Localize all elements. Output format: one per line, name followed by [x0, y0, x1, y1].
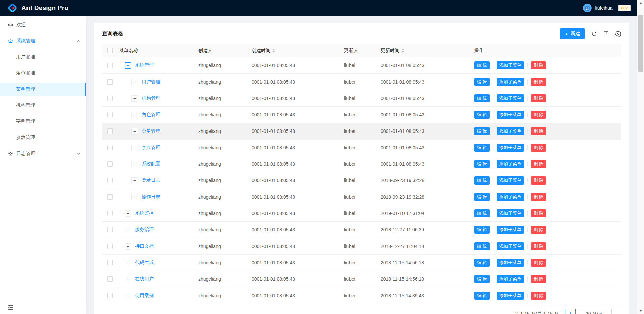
row-checkbox[interactable] — [107, 128, 113, 134]
delete-button[interactable]: 删 除 — [531, 275, 546, 283]
select-all-checkbox[interactable] — [107, 48, 113, 53]
edit-button[interactable]: 编 辑 — [474, 94, 490, 102]
menu-name-link[interactable]: 用户管理 — [142, 79, 160, 85]
reload-icon[interactable] — [591, 31, 597, 37]
menu-name-link[interactable]: 登录日志 — [142, 177, 160, 184]
tree-toggle-icon[interactable]: + — [131, 112, 138, 118]
tree-toggle-icon[interactable]: + — [131, 95, 138, 102]
row-checkbox[interactable] — [107, 260, 113, 265]
add-submenu-button[interactable]: 添加子菜单 — [497, 127, 524, 135]
row-checkbox[interactable] — [107, 112, 113, 117]
add-submenu-button[interactable]: 添加子菜单 — [497, 226, 524, 234]
delete-button[interactable]: 删 除 — [531, 127, 546, 135]
tree-toggle-icon[interactable]: + — [125, 276, 131, 282]
row-checkbox[interactable] — [107, 211, 113, 216]
menu-name-link[interactable]: 使用案例 — [135, 293, 154, 299]
menu-name-link[interactable]: 系统配置 — [142, 161, 160, 167]
scrollbar[interactable] — [637, 0, 644, 314]
menu-name-link[interactable]: 系统管理 — [135, 62, 154, 68]
sidebar-subitem[interactable]: 菜单管理 — [0, 83, 86, 96]
row-checkbox[interactable] — [107, 293, 113, 298]
column-update-time[interactable]: 更新时间 — [375, 48, 469, 54]
sorter-icon[interactable] — [401, 49, 404, 53]
delete-button[interactable]: 删 除 — [531, 193, 546, 201]
sidebar-item-system-management[interactable]: 系统管理 — [0, 34, 86, 48]
new-button[interactable]: + 新建 — [560, 28, 585, 39]
sidebar-subitem[interactable]: 参数管理 — [0, 131, 86, 144]
edit-button[interactable]: 编 辑 — [474, 127, 490, 135]
tree-toggle-icon[interactable]: + — [125, 293, 131, 299]
tree-toggle-icon[interactable]: + — [125, 243, 131, 250]
scroll-down-arrow-icon[interactable] — [639, 310, 642, 312]
edit-button[interactable]: 编 辑 — [474, 242, 490, 250]
avatar[interactable] — [583, 4, 592, 12]
edit-button[interactable]: 编 辑 — [474, 193, 490, 201]
scrollbar-thumb[interactable] — [638, 15, 643, 72]
row-checkbox[interactable] — [107, 96, 113, 101]
tree-toggle-icon[interactable]: + — [125, 227, 131, 233]
add-submenu-button[interactable]: 添加子菜单 — [497, 292, 524, 300]
edit-button[interactable]: 编 辑 — [474, 78, 490, 86]
add-submenu-button[interactable]: 添加子菜单 — [497, 259, 524, 267]
edit-button[interactable]: 编 辑 — [474, 61, 490, 69]
edit-button[interactable]: 编 辑 — [474, 160, 490, 168]
delete-button[interactable]: 删 除 — [531, 226, 546, 234]
page-1-button[interactable]: 1 — [565, 309, 576, 314]
menu-name-link[interactable]: 在线用户 — [135, 276, 154, 282]
tree-toggle-icon[interactable]: + — [131, 161, 138, 167]
edit-button[interactable]: 编 辑 — [474, 275, 490, 283]
density-icon[interactable] — [603, 31, 609, 37]
sidebar-subitem[interactable]: 字典管理 — [0, 115, 86, 128]
logo[interactable]: Ant Design Pro — [7, 3, 68, 13]
sidebar-subitem[interactable]: 用户管理 — [0, 50, 86, 64]
delete-button[interactable]: 删 除 — [531, 61, 546, 69]
add-submenu-button[interactable]: 添加子菜单 — [497, 209, 524, 217]
menu-name-link[interactable]: 接口文档 — [135, 243, 154, 249]
delete-button[interactable]: 删 除 — [531, 160, 546, 168]
edit-button[interactable]: 编 辑 — [474, 176, 490, 185]
row-checkbox[interactable] — [107, 276, 113, 282]
add-submenu-button[interactable]: 添加子菜单 — [497, 61, 524, 69]
row-checkbox[interactable] — [107, 244, 113, 249]
tree-toggle-icon[interactable]: − — [125, 62, 131, 69]
tree-toggle-icon[interactable]: + — [125, 210, 131, 217]
edit-button[interactable]: 编 辑 — [474, 209, 490, 217]
add-submenu-button[interactable]: 添加子菜单 — [497, 242, 524, 250]
add-submenu-button[interactable]: 添加子菜单 — [497, 176, 524, 185]
row-checkbox[interactable] — [107, 227, 113, 232]
tree-toggle-icon[interactable]: + — [125, 260, 131, 266]
menu-name-link[interactable]: 字典管理 — [142, 145, 160, 151]
row-checkbox[interactable] — [107, 63, 113, 68]
menu-name-link[interactable]: 系统监控 — [135, 210, 154, 216]
sorter-icon[interactable] — [272, 49, 275, 53]
delete-button[interactable]: 删 除 — [531, 144, 546, 152]
add-submenu-button[interactable]: 添加子菜单 — [497, 111, 524, 119]
delete-button[interactable]: 删 除 — [531, 78, 546, 86]
edit-button[interactable]: 编 辑 — [474, 144, 490, 152]
delete-button[interactable]: 删 除 — [531, 176, 546, 185]
username[interactable]: liufeihua — [595, 5, 612, 11]
delete-button[interactable]: 删 除 — [531, 292, 546, 300]
tree-toggle-icon[interactable]: + — [131, 128, 138, 135]
menu-name-link[interactable]: 菜单管理 — [142, 128, 160, 134]
menu-name-link[interactable]: 机构管理 — [142, 95, 160, 101]
delete-button[interactable]: 删 除 — [531, 111, 546, 119]
menu-name-link[interactable]: 服务治理 — [135, 227, 154, 233]
row-checkbox[interactable] — [107, 161, 113, 167]
add-submenu-button[interactable]: 添加子菜单 — [497, 160, 524, 168]
menu-name-link[interactable]: 操作日志 — [142, 194, 160, 200]
sidebar-subitem[interactable]: 角色管理 — [0, 66, 86, 80]
tree-toggle-icon[interactable]: + — [131, 145, 138, 151]
add-submenu-button[interactable]: 添加子菜单 — [497, 275, 524, 283]
sidebar-subitem[interactable]: 机构管理 — [0, 99, 86, 112]
tree-toggle-icon[interactable]: + — [131, 79, 138, 85]
delete-button[interactable]: 删 除 — [531, 94, 546, 102]
add-submenu-button[interactable]: 添加子菜单 — [497, 144, 524, 152]
menu-name-link[interactable]: 角色管理 — [142, 112, 160, 118]
delete-button[interactable]: 删 除 — [531, 209, 546, 217]
sidebar-item-welcome[interactable]: 欢迎 — [0, 18, 86, 32]
row-checkbox[interactable] — [107, 145, 113, 150]
tree-toggle-icon[interactable]: + — [131, 194, 138, 200]
row-checkbox[interactable] — [107, 79, 113, 85]
column-create-time[interactable]: 创建时间 — [246, 48, 339, 54]
